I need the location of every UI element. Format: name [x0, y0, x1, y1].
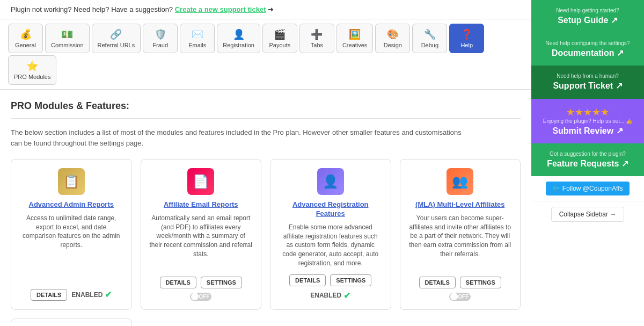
documentation-button[interactable]: Need help configuring the settings? Docu… — [531, 33, 644, 66]
tab-creatives-label: Creatives — [342, 42, 367, 48]
settings-button-advanced-registration[interactable]: SETTINGS — [330, 274, 371, 286]
tab-emails-label: Emails — [188, 42, 206, 48]
debug-icon: 🔧 — [424, 28, 436, 40]
check-icon-advanced-registration: ✔ — [343, 291, 350, 301]
setup-guide-label: Setup Guide ↗ — [558, 15, 618, 25]
general-icon: 💰 — [20, 28, 32, 40]
tab-general[interactable]: 💰 General — [8, 24, 43, 53]
module-icon-mla: 👥 — [447, 168, 473, 195]
setup-guide-button[interactable]: Need help getting started? Setup Guide ↗ — [531, 0, 644, 33]
module-icon-email: 📄 — [187, 168, 214, 195]
module-desc-mla: Your users can become super-affiliates a… — [409, 214, 512, 270]
details-button-affiliate-email-reports[interactable]: DETAILS — [160, 277, 196, 288]
pro-modules-icon: ⭐ — [26, 60, 38, 72]
module-title-advanced-admin-reports[interactable]: Advanced Admin Reports — [29, 200, 114, 209]
page-description: The below section includes a list of mos… — [11, 127, 472, 148]
tab-fraud-label: Fraud — [152, 42, 168, 48]
creatives-icon: 🖼️ — [349, 28, 361, 40]
tab-tabs[interactable]: ➕ Tabs — [299, 24, 334, 53]
submit-review-label: Submit Review ↗ — [552, 126, 623, 136]
tab-payouts-label: Payouts — [269, 42, 291, 48]
module-title-mla[interactable]: (MLA) Multi-Level Affiliates — [415, 200, 504, 209]
module-title-advanced-registration[interactable]: Advanced Registration Features — [279, 200, 382, 219]
tab-referral-label: Referral URLs — [98, 42, 135, 48]
enabled-label-advanced-registration: ENABLED — [310, 292, 341, 299]
documentation-sub-label: Need help configuring the settings? — [546, 40, 630, 46]
tab-tabs-label: Tabs — [311, 42, 323, 48]
help-icon: ❓ — [461, 28, 473, 40]
tab-referral-urls[interactable]: 🔗 Referral URLs — [92, 24, 141, 53]
tab-help-label: Help — [461, 42, 473, 48]
toggle-off-label-mla[interactable]: OFF — [449, 293, 471, 301]
tab-debug-label: Debug — [421, 42, 438, 48]
tab-help[interactable]: ❓ Help — [449, 24, 484, 53]
tabs-icon: ➕ — [311, 28, 323, 40]
tab-fraud[interactable]: 🛡️ Fraud — [143, 24, 178, 53]
review-stars: ★★★★★ — [566, 106, 609, 118]
tab-payouts[interactable]: 🎬 Payouts — [262, 24, 297, 53]
collapse-sidebar-button[interactable]: Collapse Sidebar → — [551, 207, 625, 222]
tab-general-label: General — [15, 42, 36, 48]
fraud-icon: 🛡️ — [155, 28, 166, 40]
design-icon: 🎨 — [387, 28, 399, 40]
module-footer-mla: DETAILS SETTINGS OFF — [409, 277, 512, 301]
payouts-icon: 🎬 — [274, 28, 286, 40]
support-ticket-label: Support Ticket ↗ — [553, 81, 622, 91]
modules-grid: 📋 Advanced Admin Reports Access to unlim… — [11, 159, 521, 310]
feature-requests-sub-label: Got a suggestion for the plugin? — [550, 151, 626, 157]
toggle-affiliate-email-reports[interactable]: OFF — [190, 293, 211, 301]
toggle-mla[interactable]: OFF — [449, 293, 471, 301]
tab-registration[interactable]: 👤 Registration — [217, 24, 260, 53]
commission-icon: 💵 — [61, 28, 73, 40]
content-area: PRO Modules & Features: The below sectio… — [0, 90, 531, 326]
details-button-advanced-registration[interactable]: DETAILS — [289, 274, 326, 286]
tab-registration-label: Registration — [223, 42, 254, 48]
tab-pro-modules[interactable]: ⭐ PRO Modules — [8, 55, 56, 85]
enabled-badge-advanced-admin-reports: ENABLED ✔ — [71, 289, 112, 300]
registration-icon: 👤 — [233, 28, 245, 40]
referral-icon: 🔗 — [110, 28, 122, 40]
support-link[interactable]: Create a new support ticket — [175, 5, 266, 13]
module-card-advanced-admin-reports: 📋 Advanced Admin Reports Access to unlim… — [11, 159, 132, 310]
support-ticket-sub-label: Need help from a human? — [557, 73, 619, 79]
modules-grid-row2: 📅 — [11, 318, 521, 326]
module-footer-advanced-registration: DETAILS SETTINGS ENABLED ✔ — [279, 274, 382, 301]
details-button-mla[interactable]: DETAILS — [419, 277, 456, 288]
module-footer-affiliate-email-reports: DETAILS SETTINGS OFF — [150, 277, 253, 301]
settings-button-affiliate-email-reports[interactable]: SETTINGS — [201, 277, 242, 288]
feature-requests-button[interactable]: Got a suggestion for the plugin? Feature… — [531, 143, 644, 176]
setup-guide-sub-label: Need help getting started? — [556, 8, 619, 13]
divider — [11, 118, 521, 119]
twitter-follow-button[interactable]: 🐦 Follow @CouponAffs — [546, 182, 629, 195]
module-card-calendar: 📅 — [11, 318, 132, 326]
tab-debug[interactable]: 🔧 Debug — [412, 24, 447, 53]
support-ticket-button[interactable]: Need help from a human? Support Ticket ↗ — [531, 66, 644, 98]
enabled-label-advanced-admin-reports: ENABLED — [71, 291, 103, 299]
twitter-follow-section: 🐦 Follow @CouponAffs — [531, 176, 644, 201]
enabled-badge-advanced-registration: ENABLED ✔ — [310, 291, 350, 301]
module-card-advanced-registration: 👤 Advanced Registration Features Enable … — [270, 159, 391, 310]
check-icon-advanced-admin-reports: ✔ — [105, 289, 112, 300]
module-icon-reports: 📋 — [58, 168, 85, 195]
module-desc-affiliate-email-reports: Automatically send an email report (and … — [150, 214, 253, 270]
sidebar: Need help getting started? Setup Guide ↗… — [531, 0, 644, 326]
tab-creatives[interactable]: 🖼️ Creatives — [336, 24, 373, 53]
module-desc-advanced-registration: Enable some more advanced affiliate regi… — [279, 223, 382, 268]
module-card-mla: 👥 (MLA) Multi-Level Affiliates Your user… — [400, 159, 521, 310]
module-icon-registration: 👤 — [317, 168, 344, 195]
toggle-off-label[interactable]: OFF — [190, 293, 211, 301]
tab-commission-label: Commission — [51, 42, 84, 48]
emails-icon: ✉️ — [192, 28, 203, 40]
feature-requests-label: Feature Requests ↗ — [547, 158, 628, 169]
tab-commission[interactable]: 💵 Commission — [45, 24, 90, 53]
submit-review-button[interactable]: ★★★★★ Enjoying the plugin? Help us out..… — [531, 99, 644, 143]
module-title-affiliate-email-reports[interactable]: Affiliate Email Reports — [164, 200, 238, 209]
tab-design[interactable]: 🎨 Design — [375, 24, 410, 53]
tab-emails[interactable]: ✉️ Emails — [180, 24, 215, 53]
settings-button-mla[interactable]: SETTINGS — [460, 277, 501, 288]
documentation-label: Documentation ↗ — [552, 48, 624, 58]
submit-review-sub-label: Enjoying the plugin? Help us out... 👍 — [543, 118, 633, 124]
details-button-advanced-admin-reports[interactable]: DETAILS — [31, 289, 67, 301]
page-title: PRO Modules & Features: — [11, 100, 521, 112]
module-desc-advanced-admin-reports: Access to unlimited date range, export t… — [20, 214, 123, 282]
